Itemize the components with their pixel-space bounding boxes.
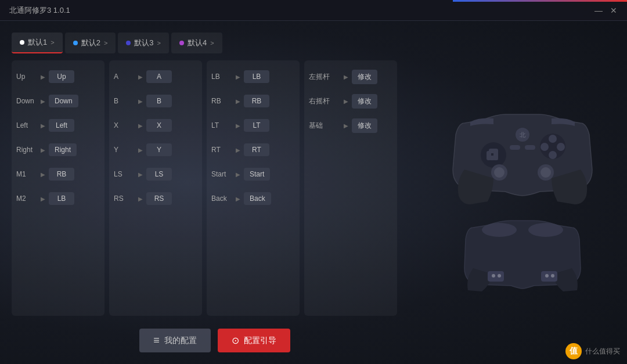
table-row: Start ▶ Start <box>211 164 295 185</box>
tab-dot-3 <box>126 41 131 45</box>
table-row: LT ▶ LT <box>211 115 295 136</box>
svg-point-23 <box>498 274 501 277</box>
modify-basic-button[interactable]: 修改 <box>352 118 377 133</box>
table-row: M1 ▶ RB <box>16 164 100 185</box>
tab-default3[interactable]: 默认3 > <box>118 33 169 53</box>
left-panel: 默认1 > 默认2 > 默认3 > 默认4 > <box>12 33 418 352</box>
table-row: 基础 ▶ 修改 <box>309 115 392 136</box>
tab-arrow-2: > <box>104 39 107 46</box>
guide-icon: ⊙ <box>232 335 239 346</box>
table-row: Down ▶ Down <box>16 91 100 111</box>
table-row: Right ▶ Right <box>16 139 100 160</box>
config-guide-button[interactable]: ⊙ 配置引导 <box>218 329 290 352</box>
table-row: Y ▶ Y <box>114 139 197 160</box>
svg-rect-3 <box>487 151 491 160</box>
modify-right-stick-button[interactable]: 修改 <box>352 94 377 109</box>
tab-default2[interactable]: 默认2 > <box>65 33 116 53</box>
tab-arrow-4: > <box>210 39 214 46</box>
svg-point-11 <box>549 151 557 159</box>
svg-point-18 <box>482 223 517 237</box>
config-guide-label: 配置引导 <box>244 336 276 346</box>
tab-label-4: 默认4 <box>188 38 207 48</box>
tab-label-1: 默认1 <box>28 37 47 48</box>
table-row: RS ▶ RS <box>114 188 197 209</box>
main-content: 默认1 > 默认2 > 默认3 > 默认4 > <box>0 21 627 364</box>
gamepad-back-view <box>459 216 586 297</box>
close-button[interactable]: ✕ <box>610 6 618 15</box>
tab-arrow-1: > <box>51 39 54 46</box>
right-panel: 北 <box>430 33 615 352</box>
tab-default4[interactable]: 默认4 > <box>171 33 222 53</box>
svg-rect-14 <box>510 145 520 150</box>
table-row: LB ▶ LB <box>211 66 295 87</box>
my-config-label: 我的配置 <box>164 336 197 346</box>
table-row: Left ▶ Left <box>16 115 100 136</box>
tabs-row: 默认1 > 默认2 > 默认3 > 默认4 > <box>12 33 418 53</box>
mapping-col-3: LB ▶ LB RB ▶ RB LT ▶ LT RT <box>207 60 300 316</box>
svg-point-6 <box>494 167 505 178</box>
tab-label-3: 默认3 <box>134 38 153 48</box>
table-row: B ▶ B <box>114 91 197 111</box>
title-bar: 北通阿修罗3 1.0.1 — ✕ <box>0 0 627 21</box>
mappings-container: Up ▶ Up Down ▶ Down Left ▶ Left <box>12 60 418 316</box>
table-row: LS ▶ LS <box>114 164 197 185</box>
svg-point-19 <box>528 223 563 237</box>
table-row: RT ▶ RT <box>211 139 295 160</box>
svg-point-10 <box>557 143 565 151</box>
svg-point-25 <box>551 274 554 277</box>
svg-point-13 <box>549 135 557 143</box>
table-row: M2 ▶ LB <box>16 188 100 209</box>
table-row: Up ▶ Up <box>16 66 100 87</box>
mapping-col-4: 左摇杆 ▶ 修改 右摇杆 ▶ 修改 基础 ▶ 修改 <box>304 60 397 316</box>
top-decoration-bar <box>453 0 627 2</box>
mapping-col-1: Up ▶ Up Down ▶ Down Left ▶ Left <box>12 60 105 316</box>
bottom-buttons: ≡ 我的配置 ⊙ 配置引导 <box>12 323 418 352</box>
gamepad-front-view: 北 <box>447 88 598 204</box>
svg-point-12 <box>540 143 549 151</box>
svg-point-24 <box>545 274 549 277</box>
tab-dot-1 <box>20 40 24 45</box>
modify-left-stick-button[interactable]: 修改 <box>352 70 377 84</box>
table-row: A ▶ A <box>114 66 197 87</box>
tab-dot-2 <box>73 41 78 45</box>
app-title: 北通阿修罗3 1.0.1 <box>9 5 70 16</box>
minimize-button[interactable]: — <box>594 6 603 15</box>
svg-point-8 <box>540 167 551 178</box>
tab-label-2: 默认2 <box>81 38 100 48</box>
table-row: 右摇杆 ▶ 修改 <box>309 91 392 111</box>
table-row: Back ▶ Back <box>211 188 295 209</box>
svg-rect-4 <box>493 151 498 160</box>
mapping-col-2: A ▶ A B ▶ B X ▶ X Y <box>109 60 202 316</box>
title-bar-left: 北通阿修罗3 1.0.1 <box>9 5 70 16</box>
tab-default1[interactable]: 默认1 > <box>12 33 63 53</box>
svg-point-22 <box>492 274 495 277</box>
tab-arrow-3: > <box>157 39 161 46</box>
svg-rect-20 <box>488 271 504 282</box>
tab-dot-4 <box>179 41 184 45</box>
table-row: 左摇杆 ▶ 修改 <box>309 66 392 87</box>
svg-rect-21 <box>541 271 557 282</box>
table-row: X ▶ X <box>114 115 197 136</box>
svg-rect-15 <box>525 145 535 150</box>
app-window: 北通阿修罗3 1.0.1 — ✕ 默认1 > 默认2 > <box>0 0 627 364</box>
menu-icon: ≡ <box>153 334 160 347</box>
table-row: RB ▶ RB <box>211 91 295 111</box>
title-bar-right: — ✕ <box>594 6 618 15</box>
svg-text:北: 北 <box>519 132 526 138</box>
my-config-button[interactable]: ≡ 我的配置 <box>139 329 211 352</box>
